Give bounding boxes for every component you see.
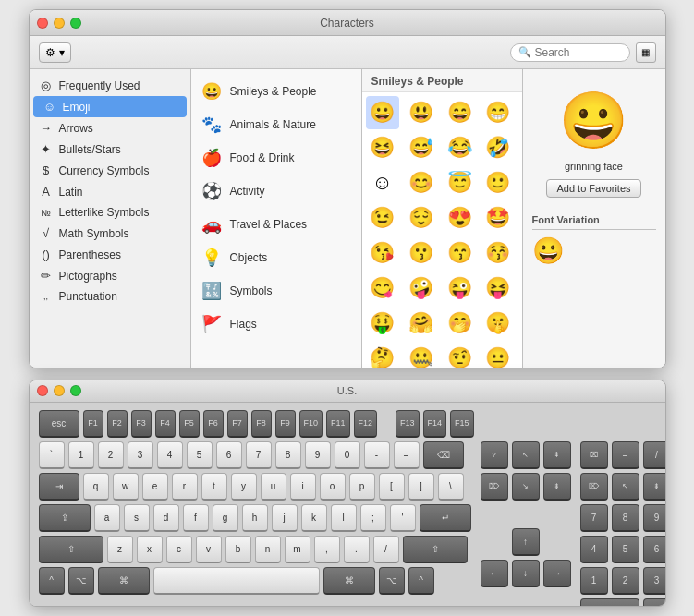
emoji-cell[interactable]: 😙 (443, 236, 476, 270)
key-z[interactable]: z (107, 536, 133, 563)
key-num-5[interactable]: 5 (612, 536, 639, 563)
key-del-fwd[interactable]: ⌦ (481, 473, 508, 501)
emoji-cell[interactable]: 😇 (443, 166, 476, 199)
key-p[interactable]: p (349, 473, 375, 501)
key-f7[interactable]: F7 (227, 410, 248, 438)
maximize-button[interactable] (70, 18, 81, 29)
key-num-pgdn[interactable]: ⇟ (643, 473, 666, 501)
key-f5[interactable]: F5 (179, 410, 200, 438)
emoji-cell[interactable]: 😌 (404, 201, 437, 235)
sidebar-item-letterlike-symbols[interactable]: № Letterlike Symbols (30, 202, 190, 223)
key-num-clear[interactable]: ⌧ (580, 441, 608, 469)
key-f12[interactable]: F12 (354, 410, 378, 438)
key-f4[interactable]: F4 (155, 410, 176, 438)
key-backtick[interactable]: ` (39, 441, 65, 469)
key-caps-lock[interactable]: ⇪ (39, 504, 91, 532)
minimize-button[interactable] (54, 18, 65, 29)
emoji-cell[interactable]: 🤣 (481, 131, 515, 164)
emoji-cell[interactable]: 😉 (366, 201, 399, 235)
emoji-cell[interactable]: 😋 (366, 272, 399, 305)
key-num-8[interactable]: 8 (612, 504, 639, 532)
key-num-fwd-del[interactable]: ⌦ (580, 473, 608, 501)
emoji-cell[interactable]: 😀 (366, 96, 399, 129)
key-equals[interactable]: = (394, 441, 420, 469)
category-symbols[interactable]: 🔣 Symbols (191, 274, 361, 308)
add-to-favorites-button[interactable]: Add to Favorites (546, 179, 640, 198)
sidebar-item-currency-symbols[interactable]: $ Currency Symbols (30, 160, 190, 181)
key-t[interactable]: t (201, 473, 227, 501)
key-f1[interactable]: F1 (83, 410, 103, 438)
key-end[interactable]: ↘ (512, 473, 540, 501)
emoji-cell[interactable]: 😐 (481, 342, 515, 368)
key-u[interactable]: u (261, 473, 286, 501)
key-num-0[interactable]: 0 (580, 598, 639, 607)
key-num-9[interactable]: 9 (643, 504, 666, 532)
key-f11[interactable]: F11 (326, 410, 350, 438)
key-m[interactable]: m (285, 536, 310, 563)
emoji-cell[interactable]: 😍 (443, 201, 476, 235)
emoji-cell[interactable]: 😂 (443, 131, 476, 164)
key-e[interactable]: e (142, 473, 168, 501)
key-num-pgup[interactable]: ↖ (612, 473, 639, 501)
key-d[interactable]: d (153, 504, 179, 532)
key-open-bracket[interactable]: [ (379, 473, 405, 501)
category-animals-nature[interactable]: 🐾 Animals & Nature (191, 108, 361, 141)
key-left-shift[interactable]: ⇧ (39, 536, 103, 563)
key-page-up[interactable]: ⇞ (543, 441, 571, 469)
key-delete[interactable]: ⌫ (423, 441, 464, 469)
emoji-cell[interactable]: 😚 (481, 236, 515, 270)
key-s[interactable]: s (124, 504, 150, 532)
key-right[interactable]: → (543, 560, 571, 587)
sidebar-item-frequently-used[interactable]: ◎ Frequently Used (30, 75, 190, 96)
key-b[interactable]: b (225, 536, 251, 563)
key-4[interactable]: 4 (157, 441, 183, 469)
key-num-divide[interactable]: / (643, 441, 666, 469)
sidebar-item-math-symbols[interactable]: √ Math Symbols (30, 223, 190, 244)
key-num-1[interactable]: 1 (580, 567, 608, 595)
key-minus[interactable]: - (364, 441, 390, 469)
sidebar-item-emoji[interactable]: ☺ Emoji (33, 96, 187, 117)
key-cmd-left[interactable]: ⌘ (98, 567, 150, 595)
key-f2[interactable]: F2 (107, 410, 128, 438)
category-flags[interactable]: 🚩 Flags (191, 308, 361, 341)
gear-button[interactable]: ⚙ ▾ (39, 42, 71, 63)
key-x[interactable]: x (137, 536, 163, 563)
emoji-cell[interactable]: 🤑 (366, 307, 399, 340)
key-3[interactable]: 3 (128, 441, 153, 469)
key-f9[interactable]: F9 (275, 410, 296, 438)
close-button[interactable] (37, 18, 48, 29)
key-cmd-right[interactable]: ⌘ (323, 567, 375, 595)
emoji-cell[interactable]: 😘 (366, 236, 399, 270)
key-h[interactable]: h (242, 504, 268, 532)
key-2[interactable]: 2 (98, 441, 124, 469)
emoji-cell[interactable]: 😃 (404, 96, 437, 129)
key-semicolon[interactable]: ; (360, 504, 386, 532)
key-control[interactable]: ^ (39, 567, 65, 595)
emoji-cell[interactable]: 🤗 (404, 307, 437, 340)
key-r[interactable]: r (172, 473, 198, 501)
key-6[interactable]: 6 (216, 441, 242, 469)
key-close-bracket[interactable]: ] (408, 473, 434, 501)
emoji-cell[interactable]: 😊 (404, 166, 437, 199)
search-input[interactable] (535, 46, 618, 59)
emoji-cell[interactable]: 😗 (404, 236, 437, 270)
key-7[interactable]: 7 (246, 441, 272, 469)
key-period[interactable]: . (344, 536, 370, 563)
grid-view-button[interactable]: ▦ (636, 42, 656, 63)
key-f8[interactable]: F8 (251, 410, 272, 438)
key-f14[interactable]: F14 (423, 410, 447, 438)
sidebar-item-parentheses[interactable]: () Parentheses (30, 244, 190, 265)
key-j[interactable]: j (272, 504, 298, 532)
key-quote[interactable]: ' (390, 504, 416, 532)
key-8[interactable]: 8 (275, 441, 301, 469)
key-g[interactable]: g (213, 504, 238, 532)
key-help[interactable]: ? (481, 441, 508, 469)
key-home[interactable]: ↖ (512, 441, 540, 469)
key-right-shift[interactable]: ⇧ (403, 536, 468, 563)
key-f6[interactable]: F6 (203, 410, 224, 438)
emoji-cell[interactable]: 😅 (404, 131, 437, 164)
key-5[interactable]: 5 (187, 441, 213, 469)
key-n[interactable]: n (255, 536, 281, 563)
key-y[interactable]: y (231, 473, 257, 501)
key-num-7[interactable]: 7 (580, 504, 608, 532)
